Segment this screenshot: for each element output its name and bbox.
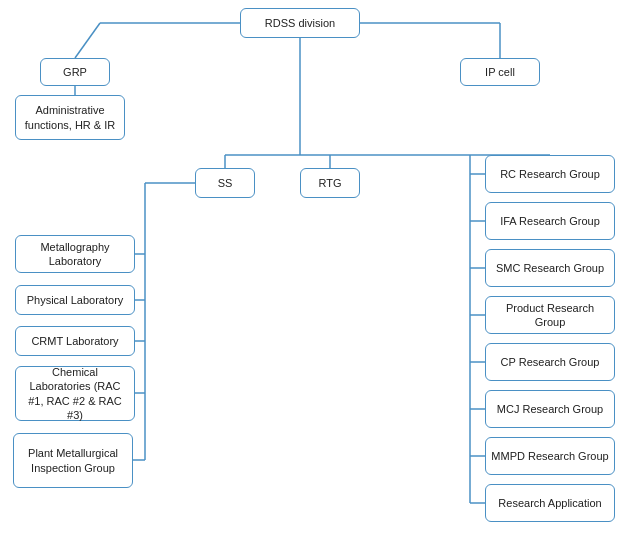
- crmt-node: CRMT Laboratory: [15, 326, 135, 356]
- admin-node: Administrative functions, HR & IR: [15, 95, 125, 140]
- rc-node: RC Research Group: [485, 155, 615, 193]
- plantmet-node: Plant Metallurgical Inspection Group: [13, 433, 133, 488]
- rtg-node: RTG: [300, 168, 360, 198]
- mcj-node: MCJ Research Group: [485, 390, 615, 428]
- org-chart: RDSS division GRP Administrative functio…: [0, 0, 638, 533]
- rdss-node: RDSS division: [240, 8, 360, 38]
- cp-node: CP Research Group: [485, 343, 615, 381]
- ss-node: SS: [195, 168, 255, 198]
- mmpd-node: MMPD Research Group: [485, 437, 615, 475]
- ifa-node: IFA Research Group: [485, 202, 615, 240]
- resapp-node: Research Application: [485, 484, 615, 522]
- chemlab-node: Chemical Laboratories (RAC #1, RAC #2 & …: [15, 366, 135, 421]
- svg-line-1: [75, 23, 100, 58]
- grp-node: GRP: [40, 58, 110, 86]
- smc-node: SMC Research Group: [485, 249, 615, 287]
- metlab-node: Metallography Laboratory: [15, 235, 135, 273]
- ipcell-node: IP cell: [460, 58, 540, 86]
- physlab-node: Physical Laboratory: [15, 285, 135, 315]
- product-node: Product Research Group: [485, 296, 615, 334]
